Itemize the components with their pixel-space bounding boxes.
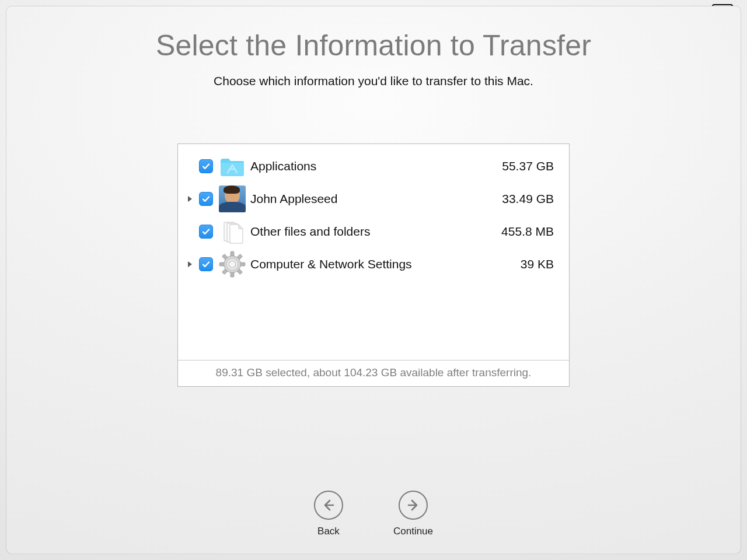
migration-assistant-window: Select the Information to Transfer Choos… — [6, 6, 741, 554]
item-size: 55.37 GB — [484, 159, 554, 173]
item-label: John Appleseed — [250, 192, 484, 206]
user-avatar-icon — [219, 186, 246, 212]
page-title: Select the Information to Transfer — [6, 29, 741, 62]
status-text: 89.31 GB selected, about 104.23 GB avail… — [178, 360, 569, 386]
arrow-right-icon — [399, 491, 428, 520]
applications-folder-icon — [219, 153, 246, 180]
nav-buttons: Back Continue — [314, 491, 433, 537]
checkbox-user[interactable] — [199, 192, 213, 206]
item-size: 33.49 GB — [484, 192, 554, 206]
item-label: Other files and folders — [250, 225, 484, 239]
checkbox-settings[interactable] — [199, 257, 213, 271]
transfer-list: Applications 55.37 GB John Appleseed 33.… — [178, 144, 569, 360]
back-label: Back — [317, 526, 340, 537]
item-size: 39 KB — [484, 257, 554, 271]
checkbox-other-files[interactable] — [199, 225, 213, 239]
transfer-item-settings: Computer & Network Settings 39 KB — [178, 248, 569, 281]
transfer-item-applications: Applications 55.37 GB — [178, 150, 569, 183]
documents-stack-icon — [219, 218, 246, 245]
transfer-panel: Applications 55.37 GB John Appleseed 33.… — [177, 144, 570, 387]
gear-icon — [219, 251, 246, 278]
transfer-item-other-files: Other files and folders 455.8 MB — [178, 215, 569, 248]
transfer-item-user: John Appleseed 33.49 GB — [178, 183, 569, 215]
continue-button[interactable]: Continue — [393, 491, 433, 537]
page-subtitle: Choose which information you'd like to t… — [6, 74, 741, 88]
item-label: Applications — [250, 159, 484, 173]
item-label: Computer & Network Settings — [250, 257, 484, 271]
back-button[interactable]: Back — [314, 491, 343, 537]
checkbox-applications[interactable] — [199, 159, 213, 173]
continue-label: Continue — [393, 526, 433, 537]
arrow-left-icon — [314, 491, 343, 520]
item-size: 455.8 MB — [484, 225, 554, 239]
disclosure-triangle[interactable] — [184, 195, 196, 202]
disclosure-triangle[interactable] — [184, 261, 196, 268]
